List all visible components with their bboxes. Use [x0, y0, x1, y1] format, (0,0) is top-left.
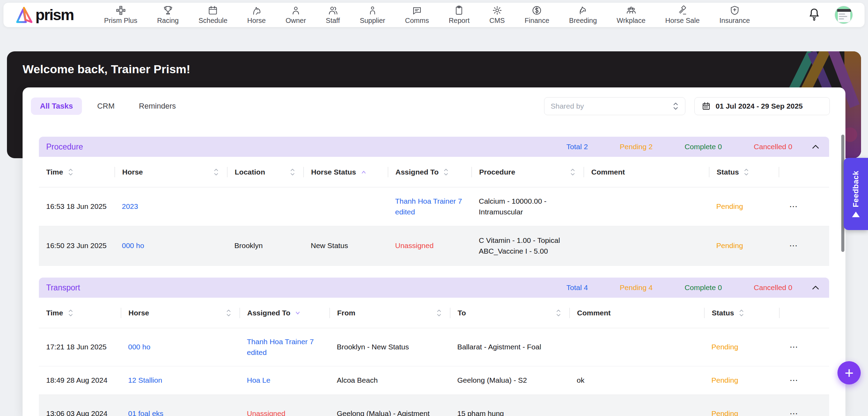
nav-item-staff[interactable]: Staff	[326, 5, 340, 25]
nav-label: Owner	[285, 17, 306, 25]
column-header-actions	[779, 308, 829, 318]
transport-table-header: Time Horse Assigned To From To Comment	[39, 298, 829, 328]
nav-label: Report	[449, 17, 469, 25]
column-header-location[interactable]: Location	[227, 167, 303, 177]
column-header-status[interactable]: Status	[709, 167, 779, 177]
tab-all-tasks[interactable]: All Tasks	[31, 97, 82, 115]
cell-comment: ok	[569, 375, 704, 385]
column-header-to[interactable]: To	[450, 308, 569, 318]
cell-time: 17:21 18 Jun 2025	[39, 342, 121, 352]
sort-icon	[68, 168, 73, 176]
collapse-section-icon[interactable]	[812, 144, 819, 149]
column-header-time[interactable]: Time	[39, 167, 115, 177]
brand-name: prism	[35, 7, 74, 23]
table-row: 17:21 18 Jun 2025 000 ho Thanh Hoa Train…	[39, 328, 829, 366]
column-header-horse[interactable]: Horse	[121, 308, 240, 318]
prism-logo[interactable]: prism	[15, 7, 74, 23]
row-actions-button[interactable]: ⋯	[779, 341, 829, 353]
collapse-section-icon[interactable]	[812, 285, 819, 290]
sort-icon	[744, 168, 749, 176]
tab-reminders[interactable]: Reminders	[130, 97, 185, 115]
nav-label: Insurance	[719, 17, 750, 25]
cell-assigned-to-unassigned: Unassigned	[388, 240, 471, 251]
date-range-picker[interactable]: 01 Jul 2024 - 29 Sep 2025	[694, 97, 830, 115]
horse-mane-icon	[578, 5, 588, 16]
cell-time: 16:53 18 Jun 2025	[39, 201, 115, 212]
shield-plus-icon	[729, 5, 740, 16]
nav-item-schedule[interactable]: Schedule	[199, 5, 227, 25]
nav-item-breeding[interactable]: Breeding	[569, 5, 597, 25]
sort-desc-icon	[295, 311, 300, 315]
nav-item-report[interactable]: Report	[449, 5, 469, 25]
cell-to: Ballarat - Agistment - Foal	[450, 342, 569, 352]
column-header-from[interactable]: From	[329, 308, 450, 318]
feedback-label: Feedback	[851, 171, 860, 207]
row-actions-button[interactable]: ⋯	[779, 408, 829, 416]
column-header-assigned-to[interactable]: Assigned To	[388, 167, 471, 177]
user-avatar[interactable]	[835, 6, 853, 24]
column-label: Assigned To	[395, 168, 439, 176]
nav-item-horse[interactable]: Horse	[247, 5, 266, 25]
avatar-screenshot-decor	[839, 14, 845, 15]
nav-item-comms[interactable]: Comms	[405, 5, 429, 25]
row-actions-button[interactable]: ⋯	[779, 374, 829, 387]
column-header-status[interactable]: Status	[704, 308, 779, 318]
tab-crm[interactable]: CRM	[88, 97, 124, 115]
row-actions-button[interactable]: ⋯	[779, 240, 829, 252]
sort-icon	[68, 309, 73, 317]
nav-item-owner[interactable]: Owner	[285, 5, 306, 25]
group-icon	[626, 5, 636, 16]
filters-row: All Tasks CRM Reminders Shared by	[31, 97, 830, 115]
nav-item-insurance[interactable]: Insurance	[719, 5, 750, 25]
cell-horse-link[interactable]: 01 foal eks	[121, 408, 240, 416]
cell-to: Geelong (Malua) - S2	[450, 375, 569, 385]
cell-assigned-to-link[interactable]: Thanh Hoa Trainer 7 edited	[388, 196, 471, 217]
chat-icon	[412, 5, 422, 16]
column-header-comment: Comment	[584, 167, 709, 177]
column-header-horse-status[interactable]: Horse Status	[303, 167, 388, 177]
column-label: From	[337, 309, 356, 317]
nav-item-wrkplace[interactable]: Wrkplace	[617, 5, 645, 25]
nav-item-horse-sale[interactable]: Horse Sale	[665, 5, 700, 25]
gear-icon	[492, 5, 502, 16]
cell-status: Pending	[704, 375, 779, 385]
cell-assigned-to-link[interactable]: Hoa Le	[240, 375, 329, 385]
notifications-bell-icon[interactable]	[808, 8, 820, 22]
shared-by-select[interactable]: Shared by	[544, 97, 685, 115]
column-label: Location	[235, 168, 265, 176]
add-task-button[interactable]: +	[837, 361, 861, 384]
sort-icon	[570, 168, 575, 176]
cell-horse-link[interactable]: 000 ho	[121, 342, 240, 352]
nav-item-prism-plus[interactable]: Prism Plus	[104, 5, 137, 25]
cell-assigned-to-link[interactable]: Thanh Hoa Trainer 7 edited	[240, 337, 329, 358]
nav-label: Prism Plus	[104, 17, 137, 25]
cell-horse-link[interactable]: 2023	[115, 201, 227, 212]
column-label: Time	[46, 309, 63, 317]
feedback-button[interactable]: Feedback	[844, 158, 868, 230]
nav-item-cms[interactable]: CMS	[489, 5, 504, 25]
cell-horse-link[interactable]: 000 ho	[115, 240, 227, 251]
transport-section: Transport Total 4 Pending 4 Complete 0 C…	[39, 278, 829, 416]
column-header-time[interactable]: Time	[39, 308, 121, 318]
plus-cross-icon	[116, 5, 126, 16]
column-header-procedure[interactable]: Procedure	[471, 167, 584, 177]
cancelled-count: Cancelled 0	[754, 143, 792, 151]
procedure-line: Calcium - 10000.00 - Intramuscular	[479, 196, 578, 217]
row-actions-button[interactable]: ⋯	[779, 201, 829, 213]
nav-item-racing[interactable]: Racing	[157, 5, 178, 25]
sort-icon	[443, 168, 449, 176]
complete-count: Complete 0	[685, 283, 722, 292]
column-header-assigned-to[interactable]: Assigned To	[240, 308, 329, 318]
cell-horse-link[interactable]: 12 Stallion	[121, 375, 240, 385]
procedure-line: C Vitamin - 1.00 - Topical	[479, 235, 578, 246]
sort-icon	[226, 309, 231, 317]
procedure-section-header: Procedure Total 2 Pending 2 Complete 0 C…	[39, 137, 829, 157]
pending-count: Pending 2	[620, 143, 653, 151]
nav-item-supplier[interactable]: Supplier	[360, 5, 385, 25]
table-row: 18:49 28 Aug 2024 12 Stallion Hoa Le Alc…	[39, 366, 829, 395]
nav-item-finance[interactable]: Finance	[525, 5, 549, 25]
nav-label: Finance	[525, 17, 549, 25]
column-header-horse[interactable]: Horse	[115, 167, 227, 177]
clipboard-icon	[454, 5, 464, 16]
cell-status: Pending	[709, 201, 779, 212]
